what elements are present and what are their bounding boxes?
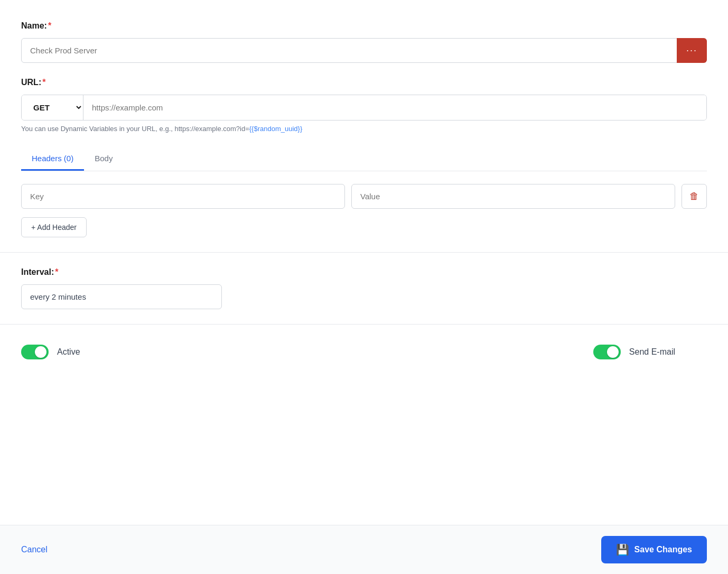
send-email-toggle-slider: [593, 345, 621, 359]
delete-header-button[interactable]: 🗑: [682, 184, 707, 209]
tab-headers[interactable]: Headers (0): [21, 147, 84, 171]
url-label: URL:*: [21, 78, 707, 87]
key-input[interactable]: [21, 184, 345, 209]
url-required-star: *: [42, 78, 45, 87]
send-email-toggle[interactable]: [593, 345, 621, 359]
name-input[interactable]: [21, 38, 707, 63]
delete-icon: 🗑: [689, 191, 699, 202]
active-toggle-group: Active: [21, 345, 80, 359]
save-button[interactable]: 💾 Save Changes: [601, 536, 707, 563]
url-field-group: URL:* GET POST PUT DELETE PATCH You can …: [21, 78, 707, 133]
add-header-button[interactable]: + Add Header: [21, 217, 87, 237]
url-input[interactable]: [83, 95, 706, 120]
interval-required-star: *: [55, 267, 58, 276]
name-input-wrapper: ···: [21, 38, 707, 63]
method-select[interactable]: GET POST PUT DELETE PATCH: [22, 95, 83, 120]
interval-label: Interval:*: [21, 267, 707, 277]
send-email-toggle-group: Send E-mail: [593, 345, 707, 359]
divider-2: [0, 324, 728, 325]
dots-menu-button[interactable]: ···: [677, 38, 707, 63]
url-row: GET POST PUT DELETE PATCH: [21, 95, 707, 121]
send-email-label: Send E-mail: [629, 347, 675, 357]
toggles-container: Active Send E-mail: [21, 339, 707, 365]
cancel-button[interactable]: Cancel: [21, 540, 48, 560]
active-toggle[interactable]: [21, 345, 49, 359]
interval-select[interactable]: every 1 minute every 2 minutes every 5 m…: [21, 284, 222, 309]
url-hint: You can use Dynamic Variables in your UR…: [21, 125, 707, 133]
active-label: Active: [57, 347, 80, 357]
headers-row: 🗑: [21, 184, 707, 209]
active-toggle-slider: [21, 345, 49, 359]
footer: Cancel 💾 Save Changes: [0, 525, 728, 574]
name-label: Name:*: [21, 21, 707, 31]
name-field-group: Name:* ···: [21, 21, 707, 63]
divider: [0, 252, 728, 253]
interval-field-group: Interval:* every 1 minute every 2 minute…: [21, 267, 707, 309]
value-input[interactable]: [351, 184, 675, 209]
dots-icon: ···: [686, 45, 697, 56]
tabs-row: Headers (0) Body: [21, 147, 707, 171]
name-required-star: *: [48, 21, 51, 30]
save-icon: 💾: [616, 543, 629, 556]
tab-body[interactable]: Body: [84, 147, 123, 171]
